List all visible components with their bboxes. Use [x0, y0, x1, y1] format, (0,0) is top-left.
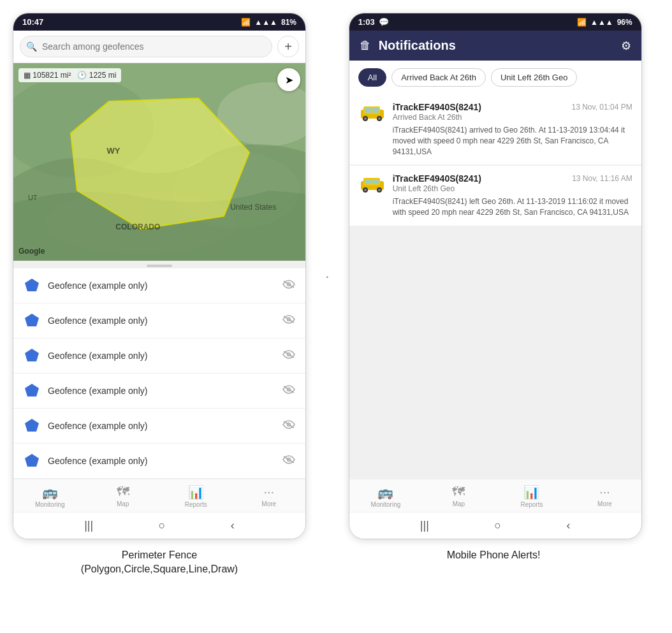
pentagon-icon [24, 312, 40, 329]
svg-rect-34 [365, 179, 371, 184]
notification-list: iTrackEF4940S(8241) 13 Nov, 01:04 PM Arr… [349, 94, 641, 479]
search-bar: 🔍 + [13, 31, 305, 63]
filter-tabs: AllArrived Back At 26thUnit Left 26th Ge… [349, 61, 641, 94]
nav-icon-map: 🗺 [117, 484, 129, 499]
geofence-item[interactable]: Geofence (example only) [13, 268, 305, 303]
right-phone: 1:03 💬 📶 ▲▲▲ 96% 🗑 Notifications ⚙ AllAr… [349, 13, 642, 539]
search-wrapper: 🔍 [20, 36, 272, 57]
nav-label-map: Map [117, 500, 129, 507]
map-label-ut: UT [28, 194, 38, 201]
visibility-toggle[interactable] [282, 385, 295, 397]
notification-card[interactable]: iTrackEF4940S(8241) 13 Nov, 01:04 PM Arr… [349, 94, 641, 164]
map-background: ▦ 105821 mi² 🕑 1225 mi WY United States … [13, 63, 305, 261]
nav-item-left-map[interactable]: 🗺 Map [87, 479, 160, 512]
visibility-toggle[interactable] [282, 315, 295, 326]
map-area-stat: ▦ 105821 mi² [24, 71, 71, 80]
svg-point-31 [378, 117, 381, 120]
notif-time: 13 Nov, 11:16 AM [572, 174, 632, 183]
android-home-button-r[interactable]: ○ [494, 519, 501, 532]
geofence-item[interactable]: Geofence (example only) [13, 409, 305, 444]
notifications-title: Notifications [379, 38, 613, 53]
svg-marker-21 [25, 454, 39, 467]
status-icons-left: 📶 ▲▲▲ 81% [241, 18, 296, 27]
svg-marker-15 [25, 384, 39, 397]
notif-time: 13 Nov, 01:04 PM [572, 103, 632, 112]
pentagon-icon [24, 382, 40, 399]
vehicle-icon [358, 102, 386, 122]
geofence-item[interactable]: Geofence (example only) [13, 338, 305, 374]
notif-device: iTrackEF4940S(8241) [393, 102, 481, 112]
right-caption-text: Mobile Phone Alerts! [447, 549, 541, 560]
notif-card-header: iTrackEF4940S(8241) 13 Nov, 01:04 PM Arr… [358, 102, 632, 122]
notif-body: iTrackEF4940S(8241) left Geo 26th. At 11… [358, 196, 632, 218]
android-home-button[interactable]: ○ [159, 519, 166, 532]
nav-item-right-monitoring[interactable]: 🚌 Monitoring [349, 479, 423, 512]
geofence-item[interactable]: Geofence (example only) [13, 303, 305, 338]
nav-icon-reports: 📊 [188, 484, 204, 500]
filter-tab-2[interactable]: Unit Left 26th Geo [491, 68, 578, 87]
filter-tab-1[interactable]: Arrived Back At 26th [391, 68, 486, 87]
nav-item-right-more[interactable]: ··· More [568, 479, 641, 512]
left-caption: Perimeter Fence(Polygon,Circle,Square,Li… [13, 548, 306, 577]
map-distance-stat: 🕑 1225 mi [77, 71, 116, 80]
geofence-name: Geofence (example only) [48, 351, 275, 361]
battery-left: 81% [281, 18, 296, 27]
delete-icon[interactable]: 🗑 [360, 39, 371, 52]
android-recent-button-r[interactable]: ||| [420, 519, 429, 532]
nav-label-r-map: Map [453, 500, 465, 507]
bottom-nav-left: 🚌 Monitoring 🗺 Map 📊 Reports ··· More [13, 479, 305, 512]
map-terrain-svg [13, 63, 305, 261]
nav-item-left-monitoring[interactable]: 🚌 Monitoring [13, 479, 87, 512]
notification-card[interactable]: iTrackEF4940S(8241) 13 Nov, 11:16 AM Uni… [349, 166, 641, 226]
visibility-toggle[interactable] [282, 455, 295, 467]
add-geofence-button[interactable]: + [277, 36, 299, 57]
geofence-list: Geofence (example only) Geofence (exampl… [13, 268, 305, 479]
bottom-nav-right: 🚌 Monitoring 🗺 Map 📊 Reports ··· More [349, 479, 641, 512]
nav-label-r-monitoring: Monitoring [371, 501, 401, 508]
svg-rect-27 [372, 108, 379, 113]
svg-point-29 [364, 117, 367, 120]
android-recent-button[interactable]: ||| [84, 519, 93, 532]
scroll-dot [147, 265, 172, 267]
left-phone: 10:47 📶 ▲▲▲ 81% 🔍 + [13, 13, 306, 539]
status-bar-right: 1:03 💬 📶 ▲▲▲ 96% [349, 13, 641, 31]
settings-icon[interactable]: ⚙ [621, 39, 631, 53]
pentagon-icon [24, 277, 40, 294]
svg-marker-9 [25, 314, 39, 326]
status-bar-left: 10:47 📶 ▲▲▲ 81% [13, 13, 305, 31]
nav-label-reports: Reports [185, 501, 207, 508]
visibility-toggle[interactable] [282, 280, 295, 291]
visibility-toggle[interactable] [282, 350, 295, 361]
nav-item-right-map[interactable]: 🗺 Map [422, 479, 495, 512]
nav-icon-r-map: 🗺 [452, 484, 465, 499]
svg-marker-12 [25, 349, 39, 361]
filter-tab-0[interactable]: All [358, 68, 386, 87]
nav-item-left-reports[interactable]: 📊 Reports [159, 479, 233, 512]
svg-rect-35 [372, 179, 379, 184]
time-right: 1:03 [358, 17, 375, 27]
notif-info: iTrackEF4940S(8241) 13 Nov, 11:16 AM Uni… [393, 173, 632, 193]
svg-rect-26 [365, 108, 371, 113]
svg-point-39 [378, 189, 381, 191]
notif-body: iTrackEF4940S(8241) arrived to Geo 26th.… [358, 125, 632, 157]
notif-device: iTrackEF4940S(8241) [393, 173, 481, 184]
geofence-name: Geofence (example only) [48, 280, 275, 291]
visibility-toggle[interactable] [282, 420, 295, 432]
nav-icon-more: ··· [263, 484, 274, 499]
map-label-us: United States [230, 203, 276, 212]
chat-icon: 💬 [379, 17, 389, 27]
notif-event: Unit Left 26th Geo [393, 184, 632, 193]
geofence-item[interactable]: Geofence (example only) [13, 374, 305, 409]
nav-item-right-reports[interactable]: 📊 Reports [495, 479, 569, 512]
nav-icon-r-more: ··· [599, 484, 610, 499]
geofence-item[interactable]: Geofence (example only) [13, 444, 305, 479]
nav-icon-r-reports: 📊 [523, 484, 539, 500]
compass-button[interactable]: ➤ [277, 68, 300, 91]
android-back-button[interactable]: ‹ [231, 519, 235, 532]
nav-label-more: More [261, 500, 276, 507]
nav-item-left-more[interactable]: ··· More [233, 479, 306, 512]
android-back-button-r[interactable]: ‹ [566, 519, 570, 532]
search-input[interactable] [20, 36, 272, 57]
notif-info: iTrackEF4940S(8241) 13 Nov, 01:04 PM Arr… [393, 102, 632, 122]
scroll-indicator [13, 261, 305, 268]
